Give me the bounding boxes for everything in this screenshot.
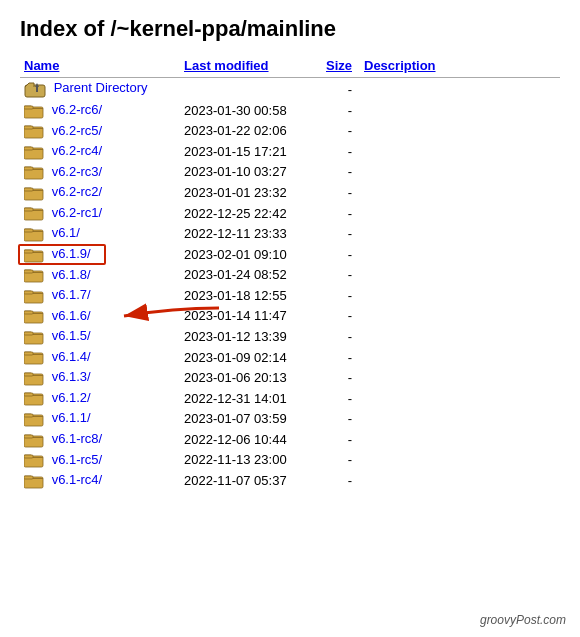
file-size-cell: - xyxy=(320,388,360,409)
file-date-cell: 2023-01-06 20:13 xyxy=(180,367,320,388)
file-name-cell: v6.1.6/ xyxy=(20,306,180,327)
folder-icon xyxy=(24,349,44,365)
file-name-cell: v6.1.5/ xyxy=(20,326,180,347)
date-sort-link[interactable]: Last modified xyxy=(184,58,269,73)
name-sort-link[interactable]: Name xyxy=(24,58,59,73)
file-name-cell: v6.1.8/ xyxy=(20,265,180,286)
table-row: v6.1.6/ 2023-01-14 11:47- xyxy=(20,306,560,327)
file-link[interactable]: v6.2-rc1/ xyxy=(52,205,103,220)
file-size-cell: - xyxy=(320,78,360,101)
file-date-cell: 2023-01-22 02:06 xyxy=(180,121,320,142)
table-row: v6.1.2/ 2022-12-31 14:01- xyxy=(20,388,560,409)
file-date-cell: 2023-02-01 09:10 xyxy=(180,244,320,265)
watermark: groovyPost.com xyxy=(480,613,566,627)
svg-rect-14 xyxy=(24,208,33,211)
parent-dir-link[interactable]: Parent Directory xyxy=(54,80,148,95)
svg-rect-36 xyxy=(24,435,33,438)
file-desc-cell xyxy=(360,470,560,491)
file-name-cell: v6.1-rc4/ xyxy=(20,470,180,491)
file-date-cell: 2023-01-15 17:21 xyxy=(180,141,320,162)
file-date-cell: 2023-01-18 12:55 xyxy=(180,285,320,306)
folder-icon xyxy=(24,267,44,283)
svg-rect-30 xyxy=(24,373,33,376)
file-link[interactable]: v6.1.3/ xyxy=(52,369,91,384)
file-date-cell: 2023-01-10 03:27 xyxy=(180,162,320,183)
file-link[interactable]: v6.2-rc5/ xyxy=(52,123,103,138)
file-date-cell: 2022-12-11 23:33 xyxy=(180,223,320,244)
file-desc-cell xyxy=(360,306,560,327)
folder-icon xyxy=(24,452,44,468)
file-desc-cell xyxy=(360,450,560,471)
file-link[interactable]: v6.1/ xyxy=(52,225,80,240)
file-size-cell: - xyxy=(320,203,360,224)
folder-icon xyxy=(24,370,44,386)
table-row: v6.2-rc4/ 2023-01-15 17:21- xyxy=(20,141,560,162)
file-desc-cell xyxy=(360,326,560,347)
file-date-cell: 2023-01-09 02:14 xyxy=(180,347,320,368)
file-link[interactable]: v6.1.8/ xyxy=(52,267,91,282)
folder-icon xyxy=(24,432,44,448)
folder-icon xyxy=(24,411,44,427)
file-name-cell: v6.1.1/ xyxy=(20,408,180,429)
file-size-cell: - xyxy=(320,285,360,306)
table-row: v6.2-rc5/ 2023-01-22 02:06- xyxy=(20,121,560,142)
file-size-cell: - xyxy=(320,429,360,450)
table-row: v6.2-rc2/ 2023-01-01 23:32- xyxy=(20,182,560,203)
svg-rect-8 xyxy=(24,147,33,150)
file-size-cell: - xyxy=(320,244,360,265)
file-desc-cell xyxy=(360,141,560,162)
file-date-cell: 2023-01-01 23:32 xyxy=(180,182,320,203)
file-name-cell: v6.2-rc3/ xyxy=(20,162,180,183)
folder-icon xyxy=(24,205,44,221)
size-sort-link[interactable]: Size xyxy=(326,58,352,73)
file-link[interactable]: v6.1.6/ xyxy=(52,308,91,323)
svg-rect-20 xyxy=(24,270,33,273)
file-link[interactable]: v6.2-rc4/ xyxy=(52,143,103,158)
svg-rect-40 xyxy=(24,476,33,479)
file-desc-cell xyxy=(360,429,560,450)
file-size-cell: - xyxy=(320,182,360,203)
file-size-cell: - xyxy=(320,367,360,388)
file-link[interactable]: v6.1-rc8/ xyxy=(52,431,103,446)
file-link[interactable]: v6.1-rc5/ xyxy=(52,452,103,467)
folder-icon xyxy=(24,164,44,180)
file-size-cell: - xyxy=(320,223,360,244)
file-name-cell: v6.1/ xyxy=(20,223,180,244)
file-name-cell: v6.2-rc6/ xyxy=(20,100,180,121)
table-row: v6.1.9/ 2023-02-01 09:10- xyxy=(20,244,560,265)
svg-rect-34 xyxy=(24,414,33,417)
file-link[interactable]: v6.1.9/ xyxy=(52,246,91,261)
folder-icon xyxy=(24,329,44,345)
col-name[interactable]: Name xyxy=(20,56,180,78)
folder-icon xyxy=(24,185,44,201)
col-size[interactable]: Size xyxy=(320,56,360,78)
file-size-cell: - xyxy=(320,141,360,162)
file-link[interactable]: v6.1.7/ xyxy=(52,287,91,302)
col-last-modified[interactable]: Last modified xyxy=(180,56,320,78)
file-link[interactable]: v6.1.2/ xyxy=(52,390,91,405)
folder-icon xyxy=(24,308,44,324)
file-desc-cell xyxy=(360,265,560,286)
svg-rect-12 xyxy=(24,188,33,191)
file-link[interactable]: v6.2-rc6/ xyxy=(52,102,103,117)
table-row: v6.1.5/ 2023-01-12 13:39- xyxy=(20,326,560,347)
file-desc-cell xyxy=(360,100,560,121)
file-link[interactable]: v6.2-rc2/ xyxy=(52,184,103,199)
file-link[interactable]: v6.1.5/ xyxy=(52,328,91,343)
file-date-cell: 2023-01-30 00:58 xyxy=(180,100,320,121)
svg-rect-22 xyxy=(24,291,33,294)
file-link[interactable]: v6.2-rc3/ xyxy=(52,164,103,179)
page-title: Index of /~kernel-ppa/mainline xyxy=(20,16,560,42)
file-name-cell: v6.1-rc8/ xyxy=(20,429,180,450)
file-name-cell: v6.1.4/ xyxy=(20,347,180,368)
file-link[interactable]: v6.1.4/ xyxy=(52,349,91,364)
file-link[interactable]: v6.1.1/ xyxy=(52,410,91,425)
table-row: v6.2-rc3/ 2023-01-10 03:27- xyxy=(20,162,560,183)
svg-rect-18 xyxy=(24,250,33,253)
file-desc-cell xyxy=(360,285,560,306)
file-link[interactable]: v6.1-rc4/ xyxy=(52,472,103,487)
file-date-cell: 2022-12-25 22:42 xyxy=(180,203,320,224)
folder-icon xyxy=(24,123,44,139)
file-name-cell: v6.1.3/ xyxy=(20,367,180,388)
file-size-cell: - xyxy=(320,450,360,471)
